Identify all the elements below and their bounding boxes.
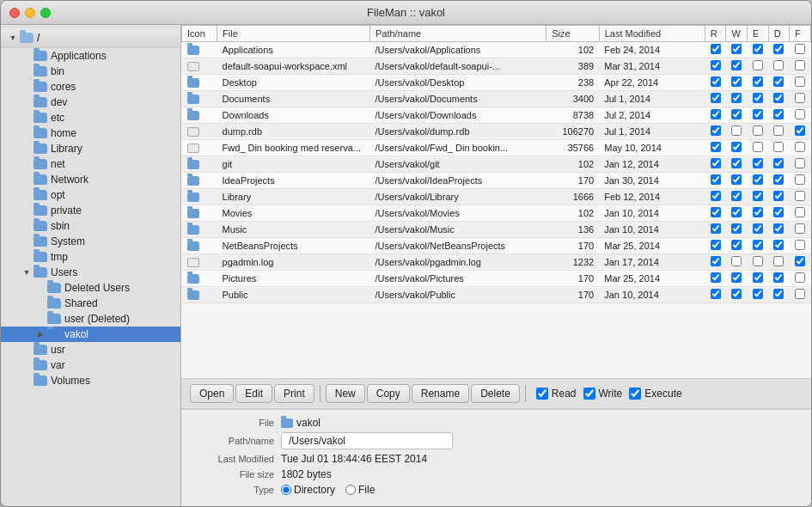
checkbox-f[interactable]: [795, 289, 805, 299]
root-toggle[interactable]: ▼: [8, 33, 18, 43]
checkbox-w[interactable]: [731, 223, 742, 234]
row-perm-r[interactable]: [705, 156, 726, 173]
checkbox-w[interactable]: [731, 240, 742, 250]
row-perm-r[interactable]: [705, 124, 726, 140]
sidebar[interactable]: ▼ / Applications bin cores: [1, 25, 181, 506]
table-row[interactable]: Fwd_ Din booking med reserva.../Users/va…: [182, 140, 811, 156]
row-perm-e[interactable]: [748, 91, 769, 107]
applications-toggle[interactable]: [21, 51, 32, 61]
new-button[interactable]: New: [326, 384, 365, 403]
sidebar-item-opt[interactable]: opt: [1, 187, 180, 203]
table-row[interactable]: Desktop/Users/vakol/Desktop238Apr 22, 20…: [182, 75, 811, 91]
type-directory-label[interactable]: Directory: [281, 484, 335, 496]
col-header-path[interactable]: Path/name: [369, 26, 546, 42]
checkbox-d[interactable]: [773, 174, 784, 185]
row-perm-f[interactable]: [790, 173, 811, 189]
checkbox-f[interactable]: [795, 158, 805, 168]
sidebar-root[interactable]: ▼ /: [1, 28, 180, 48]
row-perm-r[interactable]: [705, 75, 726, 91]
sidebar-item-system[interactable]: System: [1, 234, 180, 249]
checkbox-r[interactable]: [711, 142, 721, 152]
row-perm-d[interactable]: [768, 189, 790, 205]
row-perm-d[interactable]: [768, 75, 790, 91]
col-header-modified[interactable]: Last Modified: [599, 26, 705, 42]
table-row[interactable]: Documents/Users/vakol/Documents3400Jul 1…: [182, 91, 811, 107]
row-perm-f[interactable]: [790, 75, 811, 91]
row-perm-e[interactable]: [748, 173, 769, 189]
sidebar-item-applications[interactable]: Applications: [1, 48, 180, 64]
row-perm-e[interactable]: [748, 107, 769, 124]
checkbox-r[interactable]: [711, 207, 721, 217]
checkbox-w[interactable]: [731, 289, 742, 299]
type-directory-radio[interactable]: [281, 485, 291, 495]
row-perm-e[interactable]: [748, 75, 769, 91]
row-perm-d[interactable]: [768, 173, 790, 189]
print-button[interactable]: Print: [274, 384, 314, 403]
row-perm-d[interactable]: [768, 271, 790, 287]
row-perm-d[interactable]: [768, 254, 790, 271]
row-perm-w[interactable]: [726, 124, 748, 140]
row-perm-w[interactable]: [726, 254, 748, 271]
sidebar-item-var[interactable]: var: [1, 357, 180, 373]
checkbox-e[interactable]: [753, 109, 763, 119]
sidebar-item-home[interactable]: home: [1, 125, 180, 141]
row-perm-f[interactable]: [790, 42, 811, 58]
users-toggle[interactable]: ▼: [21, 267, 32, 278]
row-perm-f[interactable]: [790, 124, 811, 140]
sidebar-item-deleted-users[interactable]: Deleted Users: [1, 280, 180, 296]
read-checkbox[interactable]: [536, 388, 548, 400]
checkbox-d[interactable]: [773, 223, 784, 234]
row-perm-d[interactable]: [768, 287, 790, 303]
checkbox-w[interactable]: [731, 60, 742, 70]
row-perm-f[interactable]: [790, 156, 811, 173]
vakol-toggle[interactable]: ▶: [35, 329, 46, 339]
row-perm-w[interactable]: [726, 222, 748, 238]
row-perm-f[interactable]: [790, 254, 811, 271]
table-row[interactable]: Pictures/Users/vakol/Pictures170Mar 25, …: [182, 271, 811, 287]
table-row[interactable]: NetBeansProjects/Users/vakol/NetBeansPro…: [182, 238, 811, 254]
write-checkbox[interactable]: [583, 388, 595, 400]
checkbox-w[interactable]: [731, 44, 742, 54]
checkbox-r[interactable]: [711, 109, 721, 119]
checkbox-e[interactable]: [753, 272, 763, 283]
row-perm-r[interactable]: [705, 140, 726, 156]
row-perm-w[interactable]: [726, 287, 748, 303]
checkbox-f[interactable]: [795, 44, 805, 54]
row-perm-w[interactable]: [726, 271, 748, 287]
sidebar-item-bin[interactable]: bin: [1, 64, 180, 79]
row-perm-r[interactable]: [705, 238, 726, 254]
checkbox-e[interactable]: [753, 240, 763, 250]
row-perm-f[interactable]: [790, 238, 811, 254]
checkbox-r[interactable]: [711, 174, 721, 185]
checkbox-e[interactable]: [753, 93, 763, 103]
checkbox-d[interactable]: [773, 240, 784, 250]
row-perm-f[interactable]: [790, 189, 811, 205]
checkbox-w[interactable]: [731, 158, 742, 168]
sidebar-item-private[interactable]: private: [1, 203, 180, 218]
row-perm-w[interactable]: [726, 205, 748, 222]
checkbox-f[interactable]: [795, 272, 805, 283]
checkbox-d[interactable]: [773, 289, 784, 299]
table-row[interactable]: Downloads/Users/vakol/Downloads8738Jul 2…: [182, 107, 811, 124]
table-row[interactable]: Applications/Users/vakol/Applications102…: [182, 42, 811, 58]
checkbox-r[interactable]: [711, 93, 721, 103]
checkbox-r[interactable]: [711, 240, 721, 250]
row-perm-d[interactable]: [768, 124, 790, 140]
checkbox-f[interactable]: [795, 223, 805, 234]
checkbox-w[interactable]: [731, 142, 742, 152]
row-perm-e[interactable]: [748, 140, 769, 156]
minimize-button[interactable]: [25, 8, 35, 18]
sidebar-item-dev[interactable]: dev: [1, 95, 180, 110]
row-perm-d[interactable]: [768, 107, 790, 124]
checkbox-f[interactable]: [795, 191, 805, 201]
checkbox-d[interactable]: [773, 207, 784, 217]
sidebar-item-shared[interactable]: Shared: [1, 296, 180, 311]
delete-button[interactable]: Delete: [471, 384, 520, 403]
row-perm-e[interactable]: [748, 58, 769, 75]
checkbox-r[interactable]: [711, 289, 721, 299]
sidebar-item-network[interactable]: Network: [1, 172, 180, 187]
row-perm-e[interactable]: [748, 271, 769, 287]
row-perm-e[interactable]: [748, 42, 769, 58]
table-row[interactable]: IdeaProjects/Users/vakol/IdeaProjects170…: [182, 173, 811, 189]
sidebar-item-etc[interactable]: etc: [1, 110, 180, 125]
